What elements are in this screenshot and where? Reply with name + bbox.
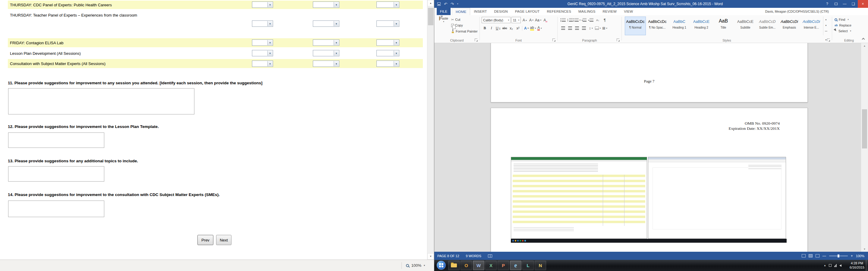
proofing-icon[interactable] — [488, 255, 492, 258]
session-rating-dropdown[interactable]: ▾ — [252, 21, 273, 27]
justify-button[interactable] — [581, 25, 587, 31]
styles-dialog-launcher-icon[interactable] — [827, 38, 830, 41]
next-button[interactable]: Next — [216, 235, 231, 245]
zoom-out-button[interactable]: — — [823, 255, 826, 258]
web-layout-icon[interactable] — [815, 254, 819, 258]
session-rating-dropdown[interactable]: ▾ — [252, 39, 273, 46]
minimize-button[interactable]: — — [840, 0, 849, 8]
tab-home[interactable]: HOME — [452, 8, 470, 15]
help-button[interactable]: ? — [823, 0, 832, 8]
decrease-indent-button[interactable]: ◂ — [581, 17, 587, 23]
style-card-intense-emphasis[interactable]: AoBbCcDi Intense E... — [801, 16, 822, 35]
copy-button[interactable]: Copy — [451, 24, 463, 27]
scroll-down-arrow-icon[interactable]: ▼ — [861, 246, 868, 252]
bullets-button[interactable] — [560, 17, 566, 23]
zoom-in-button[interactable]: + — [851, 255, 853, 258]
question-13-textarea[interactable] — [8, 166, 104, 181]
strikethrough-button[interactable]: abc — [501, 25, 508, 31]
show-hidden-icons-icon[interactable]: ▲ — [824, 264, 826, 267]
zoom-slider-thumb[interactable] — [838, 255, 839, 258]
save-icon[interactable] — [437, 2, 441, 6]
scroll-up-arrow-icon[interactable]: ▲ — [861, 43, 868, 48]
tab-design[interactable]: DESIGN — [490, 8, 511, 15]
undo-icon[interactable]: ↶ — [444, 2, 447, 6]
ribbon-display-options-button[interactable] — [832, 0, 840, 8]
format-painter-button[interactable]: Format Painter — [451, 29, 478, 33]
tab-mailings[interactable]: MAILINGS — [575, 8, 599, 15]
taskbar-outlook[interactable]: O — [461, 261, 472, 270]
gallery-down-icon[interactable]: ▼ — [824, 23, 829, 29]
session-rating-dropdown[interactable]: ▾ — [376, 39, 399, 46]
session-rating-dropdown[interactable]: ▾ — [252, 61, 273, 67]
browser-scrollbar[interactable]: ▲ ▼ — [427, 0, 434, 260]
replace-button[interactable]: ab Replace — [835, 24, 851, 27]
change-case-button[interactable]: Aa▾ — [535, 17, 541, 23]
style-card-emphasis[interactable]: AaBbCcDi Emphasis — [779, 16, 800, 35]
session-rating-dropdown[interactable]: ▾ — [313, 50, 339, 56]
tab-page-layout[interactable]: PAGE LAYOUT — [512, 8, 544, 15]
session-rating-dropdown[interactable]: ▾ — [252, 50, 273, 56]
start-button[interactable] — [437, 261, 446, 270]
shading-button[interactable]: ▾ — [595, 25, 601, 31]
document-scrollbar[interactable]: ▲ ▼ — [861, 43, 868, 252]
taskbar-powerpoint[interactable]: P — [498, 261, 509, 270]
network-icon[interactable] — [834, 264, 837, 267]
scrollbar-thumb[interactable] — [428, 8, 433, 25]
scrollbar-thumb[interactable] — [862, 109, 867, 148]
clear-formatting-button[interactable]: A — [541, 17, 548, 23]
taskbar-word[interactable]: W — [473, 261, 484, 270]
underline-button[interactable]: U▾ — [495, 25, 501, 31]
show-paragraph-marks-button[interactable]: ¶ — [601, 17, 608, 23]
style-card-title[interactable]: AaB Title — [713, 16, 734, 35]
session-rating-dropdown[interactable]: ▾ — [376, 61, 399, 67]
tab-view[interactable]: VIEW — [620, 8, 637, 15]
borders-button[interactable]: ⊞▾ — [601, 25, 608, 31]
question-12-textarea[interactable] — [8, 133, 104, 148]
multilevel-list-button[interactable]: ▾ — [574, 17, 580, 23]
qat-customize-icon[interactable]: ▾ — [457, 3, 458, 5]
subscript-button[interactable]: x₂ — [508, 25, 515, 31]
style-card-subtle-emphasis[interactable]: AaBbCcD Subtle Em... — [757, 16, 778, 35]
session-rating-dropdown[interactable]: ▾ — [313, 61, 339, 67]
taskbar-file-explorer[interactable] — [448, 261, 460, 270]
align-left-button[interactable] — [560, 25, 566, 31]
increase-indent-button[interactable]: ▸ — [588, 17, 594, 23]
tab-file[interactable]: FILE — [437, 8, 451, 15]
style-card-normal[interactable]: AaBbCcDc ¶ Normal — [625, 16, 646, 35]
scroll-down-arrow-icon[interactable]: ▼ — [427, 253, 434, 260]
action-center-icon[interactable] — [829, 264, 832, 267]
restore-button[interactable]: ❑ — [849, 0, 858, 8]
font-name-combobox[interactable]: Calibri (Body) ▾ — [482, 17, 510, 23]
shrink-font-button[interactable]: A▼ — [528, 17, 535, 23]
taskbar-clock[interactable]: 4:28 PM 6/16/2015 — [849, 261, 864, 270]
question-14-textarea[interactable] — [8, 201, 104, 217]
align-center-button[interactable] — [567, 25, 573, 31]
superscript-button[interactable]: x² — [515, 25, 521, 31]
cut-button[interactable]: ✂ Cut — [451, 18, 460, 22]
taskbar-lync[interactable]: L — [522, 261, 534, 270]
italic-button[interactable]: I — [488, 25, 495, 31]
zoom-control[interactable]: 100% ▾ — [401, 260, 425, 271]
session-rating-dropdown[interactable]: ▾ — [313, 1, 339, 8]
taskbar-internet-explorer[interactable]: e — [510, 261, 521, 270]
paste-button[interactable]: Paste ▾ — [437, 16, 450, 37]
text-highlight-button[interactable]: ab▾ — [530, 25, 536, 31]
gallery-more-icon[interactable]: ▼ — [824, 31, 829, 37]
signed-in-user[interactable]: Davis, Meagan (CDC/OPHSS/CSELS) (CTR) — [765, 8, 829, 15]
font-dialog-launcher-icon[interactable] — [553, 38, 555, 41]
find-button[interactable]: Find ▾ — [835, 18, 849, 22]
tab-review[interactable]: REVIEW — [599, 8, 621, 15]
session-rating-dropdown[interactable]: ▾ — [252, 1, 273, 8]
read-mode-icon[interactable] — [802, 254, 806, 258]
bold-button[interactable]: B — [482, 25, 488, 31]
font-size-combobox[interactable]: 11 ▾ — [512, 17, 521, 23]
session-rating-dropdown[interactable]: ▾ — [313, 21, 339, 27]
close-button[interactable]: × — [858, 0, 868, 8]
tab-insert[interactable]: INSERT — [470, 8, 490, 15]
numbering-button[interactable]: 12 — [567, 17, 573, 23]
zoom-level[interactable]: 100% — [856, 254, 864, 258]
style-card-subtitle[interactable]: AaBbCcE Subtitle — [735, 16, 756, 35]
prev-button[interactable]: Prev — [197, 235, 213, 245]
question-11-textarea[interactable] — [8, 88, 194, 114]
style-card-heading2[interactable]: AaBbCcE Heading 2 — [691, 16, 712, 35]
